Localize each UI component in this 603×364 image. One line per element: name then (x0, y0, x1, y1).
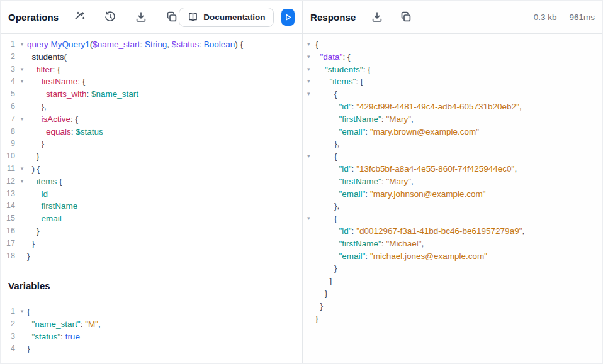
line-number: 3 (1, 331, 17, 343)
code-line[interactable]: 4} (1, 343, 302, 355)
code-text: "firstName": "Mary", (315, 175, 414, 188)
operations-title: Operations (8, 12, 59, 23)
code-text: "email": "mary.brown@example.com" (315, 126, 479, 138)
documentation-button[interactable]: Documentation (179, 8, 274, 27)
code-line[interactable]: 9 } (1, 138, 302, 150)
download-response-button[interactable] (370, 10, 384, 24)
fold-arrow[interactable]: ▾ (303, 51, 315, 63)
code-line[interactable]: 2 students( (1, 51, 302, 63)
response-size: 0.3 kb (534, 13, 557, 22)
variables-editor[interactable]: 1▾{2 "name_start": "M",3 "status": true4… (1, 301, 302, 363)
code-text: } (27, 250, 30, 263)
code-line[interactable]: ▾ { (303, 212, 602, 225)
code-line[interactable]: 12▾ items { (1, 175, 302, 188)
code-text: { (315, 38, 318, 51)
code-line[interactable]: "firstName": "Mary", (303, 175, 602, 188)
code-line[interactable]: "id": "13fcb5bf-a8a4-4e55-860f-74f425944… (303, 163, 602, 175)
run-query-button[interactable] (281, 9, 295, 26)
fold-arrow[interactable]: ▾ (17, 63, 27, 76)
code-line[interactable]: "firstName": "Mary", (303, 113, 602, 126)
code-line[interactable]: 3 "status": true (1, 331, 302, 343)
fold-arrow[interactable]: ▾ (303, 88, 315, 101)
code-line[interactable]: }, (303, 200, 602, 212)
fold-arrow[interactable]: ▾ (17, 163, 27, 175)
code-line[interactable]: } (303, 312, 602, 325)
code-text: starts_with: $name_start (27, 88, 138, 101)
history-button[interactable] (103, 10, 117, 24)
code-text: "email": "michael.jones@example.com" (315, 250, 487, 263)
documentation-label: Documentation (203, 13, 265, 22)
code-line[interactable]: 13 id (1, 188, 302, 201)
code-line[interactable]: 16 } (1, 225, 302, 238)
copy-response-button[interactable] (399, 10, 413, 24)
code-line[interactable]: 18} (1, 250, 302, 263)
code-line[interactable]: 15 email (1, 212, 302, 225)
fold-arrow[interactable]: ▾ (303, 75, 315, 88)
prettify-button[interactable] (72, 10, 86, 24)
code-line[interactable]: 4▾ firstName: { (1, 75, 302, 88)
code-text: { (315, 150, 337, 163)
fold-arrow[interactable]: ▾ (17, 175, 27, 188)
fold-arrow[interactable]: ▾ (303, 38, 315, 51)
code-line[interactable]: "email": "michael.jones@example.com" (303, 250, 602, 263)
line-number: 1 (1, 38, 17, 51)
code-line[interactable]: 6 }, (1, 101, 302, 113)
query-editor[interactable]: 1▾query MyQuery1($name_start: String, $s… (1, 34, 302, 270)
code-line[interactable]: ▾ { (303, 150, 602, 163)
code-text: { (315, 88, 337, 101)
code-text: "email": "mary.johnson@example.com" (315, 188, 485, 201)
fold-arrow[interactable]: ▾ (17, 75, 27, 88)
code-line[interactable]: 7▾ isActive: { (1, 113, 302, 126)
code-text: } (315, 262, 337, 275)
code-line[interactable]: ▾ "items": [ (303, 75, 602, 88)
fold-arrow[interactable]: ▾ (303, 150, 315, 163)
book-icon (188, 12, 198, 23)
code-line[interactable]: ▾{ (303, 38, 602, 51)
code-line[interactable]: } (303, 300, 602, 312)
code-line[interactable]: ▾ "students": { (303, 63, 602, 76)
code-line[interactable]: ▾ "data": { (303, 51, 602, 63)
fold-arrow[interactable]: ▾ (303, 212, 315, 225)
code-line[interactable]: 14 firstName (1, 200, 302, 212)
fold-arrow[interactable]: ▾ (17, 113, 27, 126)
code-line[interactable]: 1▾{ (1, 306, 302, 318)
code-line[interactable]: } (303, 262, 602, 275)
line-number: 3 (1, 63, 17, 76)
code-line[interactable]: "id": "429cf99f-4481-49c4-adb4-605731b20… (303, 101, 602, 113)
response-meta: 0.3 kb 961ms (534, 13, 595, 22)
code-line[interactable]: "email": "mary.brown@example.com" (303, 126, 602, 138)
code-line[interactable]: 10 } (1, 150, 302, 163)
line-number: 17 (1, 238, 17, 250)
fold-arrow[interactable]: ▾ (303, 63, 315, 76)
code-text: "items": [ (315, 75, 363, 88)
code-line[interactable]: "firstName": "Michael", (303, 238, 602, 250)
code-line[interactable]: 8 equals: $status (1, 126, 302, 138)
code-line[interactable]: } (303, 287, 602, 300)
code-line[interactable]: 1▾query MyQuery1($name_start: String, $s… (1, 38, 302, 51)
code-line[interactable]: "id": "d0012967-f3a1-41bd-bc46-be6195727… (303, 225, 602, 238)
code-line[interactable]: 2 "name_start": "M", (1, 318, 302, 331)
operations-toolbar (72, 10, 179, 24)
code-line[interactable]: ] (303, 275, 602, 287)
code-text: { (27, 306, 30, 318)
code-text: "id": "429cf99f-4481-49c4-adb4-605731b20… (315, 101, 522, 113)
code-text: filter: { (27, 63, 60, 76)
code-text: firstName (27, 200, 77, 212)
download-operations-button[interactable] (134, 10, 148, 24)
line-number: 13 (1, 188, 17, 201)
code-line[interactable]: ▾ { (303, 88, 602, 101)
response-viewer[interactable]: ▾{▾ "data": {▾ "students": {▾ "items": [… (303, 34, 602, 363)
code-line[interactable]: 17 } (1, 238, 302, 250)
code-line[interactable]: 5 starts_with: $name_start (1, 88, 302, 101)
line-number: 8 (1, 126, 17, 138)
copy-operations-button[interactable] (165, 10, 179, 24)
line-number: 14 (1, 200, 17, 212)
fold-arrow[interactable]: ▾ (17, 306, 27, 318)
code-line[interactable]: "email": "mary.johnson@example.com" (303, 188, 602, 201)
fold-arrow[interactable]: ▾ (17, 38, 27, 51)
line-number: 6 (1, 101, 17, 113)
code-line[interactable]: 3▾ filter: { (1, 63, 302, 76)
code-line[interactable]: 11▾ ) { (1, 163, 302, 175)
code-line[interactable]: }, (303, 138, 602, 150)
code-text: } (27, 225, 40, 238)
